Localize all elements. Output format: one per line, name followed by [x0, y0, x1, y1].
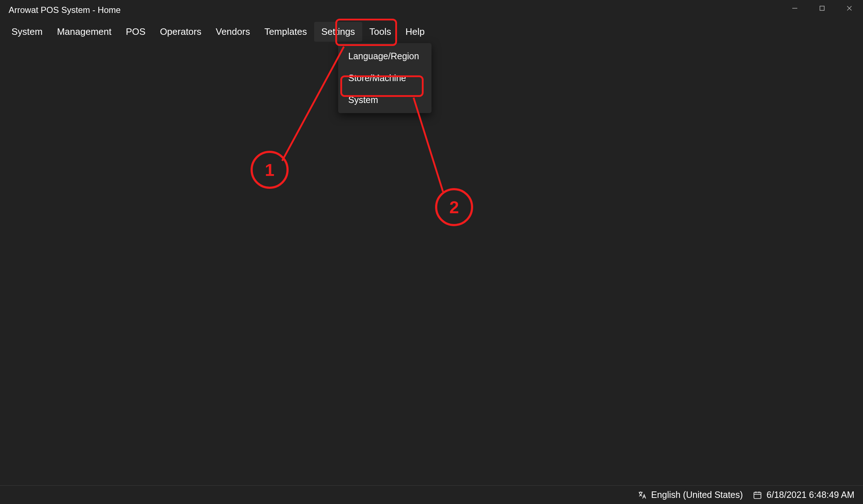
window-title: Arrowat POS System - Home [9, 5, 121, 15]
menu-settings[interactable]: Settings [314, 22, 362, 42]
calendar-icon [753, 490, 762, 500]
status-language[interactable]: English (United States) [638, 490, 743, 500]
svg-rect-4 [754, 492, 761, 498]
minimize-button[interactable] [781, 0, 808, 17]
window-controls [781, 0, 863, 20]
titlebar: Arrowat POS System - Home [0, 0, 863, 20]
status-datetime-label: 6/18/2021 6:48:49 AM [766, 490, 854, 500]
svg-rect-1 [820, 6, 824, 10]
app-window: Arrowat POS System - Home System Managem… [0, 0, 863, 504]
menu-pos[interactable]: POS [118, 22, 153, 42]
menu-system[interactable]: System [4, 22, 50, 42]
menu-operators[interactable]: Operators [153, 22, 209, 42]
dropdown-system[interactable]: System [340, 89, 429, 111]
statusbar: English (United States) 6/18/2021 6:48:4… [0, 485, 863, 504]
menu-help[interactable]: Help [398, 22, 432, 42]
menubar: System Management POS Operators Vendors … [0, 20, 863, 43]
dropdown-language-region[interactable]: Language/Region [340, 45, 429, 67]
settings-dropdown: Language/Region Store/Machine System [338, 43, 432, 113]
maximize-button[interactable] [808, 0, 836, 17]
close-icon [846, 5, 853, 11]
menu-management[interactable]: Management [50, 22, 119, 42]
menu-vendors[interactable]: Vendors [209, 22, 257, 42]
menu-templates[interactable]: Templates [257, 22, 314, 42]
dropdown-store-machine[interactable]: Store/Machine [340, 67, 429, 89]
language-icon [638, 490, 647, 500]
menu-tools[interactable]: Tools [362, 22, 398, 42]
close-button[interactable] [836, 0, 863, 17]
status-language-label: English (United States) [651, 490, 743, 500]
content-area [0, 43, 863, 485]
maximize-icon [819, 5, 825, 11]
minimize-icon [792, 5, 798, 11]
status-datetime[interactable]: 6/18/2021 6:48:49 AM [753, 490, 854, 500]
